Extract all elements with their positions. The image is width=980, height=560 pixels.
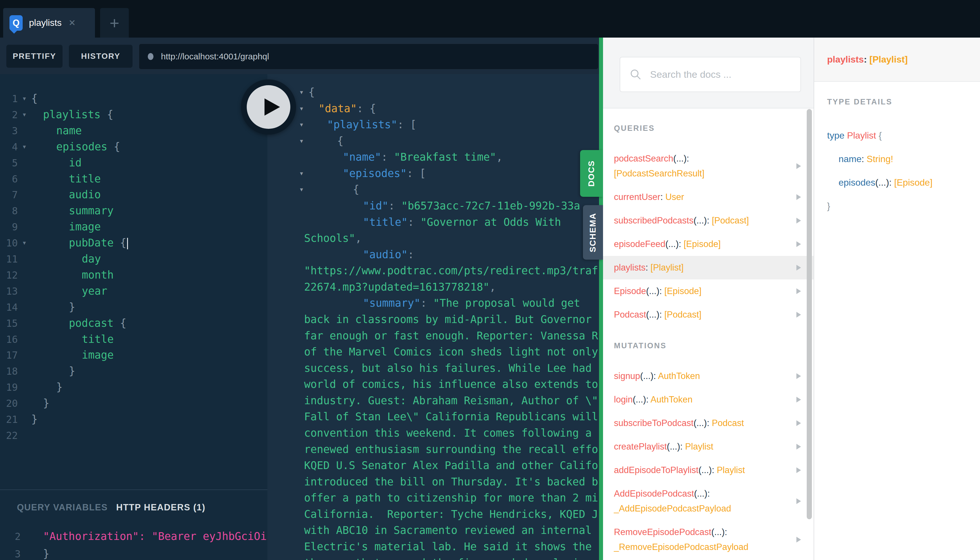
type-fields: name: String!episodes(...): [Episode] (827, 147, 932, 194)
editor-line-number: 19 (0, 379, 18, 395)
schema-side-tab[interactable]: SCHEMA (583, 205, 603, 260)
headers-code-line[interactable]: "Authorization": "Bearer eyJhbGciOi (43, 528, 267, 545)
editor-code-line[interactable]: { (31, 91, 38, 107)
docs-search-box[interactable] (620, 57, 801, 92)
expand-arrow-icon[interactable] (797, 537, 801, 542)
type-decl-line: type Playlist { (827, 123, 932, 147)
editor-code-line[interactable]: } (69, 299, 75, 315)
editor-code-line[interactable]: month (82, 267, 113, 283)
fold-arrow-icon[interactable]: ▼ (297, 117, 306, 133)
docs-item-episodeFeed[interactable]: episodeFeed(...): [Episode] (603, 232, 813, 256)
response-code-line: Electric's material lab. He said it show… (304, 539, 598, 555)
editor-code-line[interactable]: episodes { (56, 139, 120, 155)
expand-arrow-icon[interactable] (797, 444, 801, 450)
fold-arrow-icon[interactable]: ▼ (297, 182, 306, 198)
response-code-line: introduced the bill on Thursday. It's ba… (304, 474, 598, 490)
editor-code-line[interactable]: } (69, 363, 75, 379)
response-code-line: "episodes": [ (343, 165, 426, 182)
plus-icon: + (110, 13, 119, 32)
editor-code-line[interactable]: } (31, 412, 38, 427)
response-code-line: success, but also his failures. While Le… (304, 360, 598, 377)
docs-item-Podcast[interactable]: Podcast(...): [Podcast] (603, 303, 813, 327)
expand-arrow-icon[interactable] (797, 288, 801, 294)
expand-arrow-icon[interactable] (797, 397, 801, 402)
new-tab-button[interactable]: + (100, 8, 129, 38)
docs-item-login[interactable]: login(...): AuthToken (603, 388, 813, 412)
execute-query-button[interactable] (241, 80, 296, 135)
docs-item-currentUser[interactable]: currentUser: User (603, 185, 813, 209)
fold-arrow-icon[interactable]: ▼ (20, 91, 29, 107)
docs-divider[interactable] (599, 38, 603, 560)
expand-arrow-icon[interactable] (797, 498, 801, 504)
expand-arrow-icon[interactable] (797, 420, 801, 426)
docs-search-input[interactable] (650, 68, 788, 80)
tab-playlists[interactable]: Q playlists ✕ (3, 8, 95, 38)
expand-arrow-icon[interactable] (797, 194, 801, 200)
fold-arrow-icon[interactable]: ▼ (20, 107, 29, 123)
expand-arrow-icon[interactable] (797, 241, 801, 247)
docs-item-createPlaylist[interactable]: createPlaylist(...): Playlist (603, 435, 813, 458)
editor-code-line[interactable]: podcast { (69, 315, 127, 332)
docs-item-subscribeToPodcast[interactable]: subscribeToPodcast(...): Podcast (603, 412, 813, 435)
docs-item-playlists[interactable]: playlists: [Playlist] (603, 256, 813, 280)
editor-line-number: 7 (0, 187, 18, 203)
expand-arrow-icon[interactable] (797, 373, 801, 379)
editor-code-line[interactable]: image (69, 219, 101, 235)
tab-http-headers[interactable]: HTTP HEADERS (1) (116, 500, 205, 515)
expand-arrow-icon[interactable] (797, 218, 801, 223)
docs-item-RemoveEpisodePodcast[interactable]: RemoveEpisodePodcast(...):_RemoveEpisode… (603, 520, 813, 559)
editor-code-line[interactable]: title (69, 171, 101, 187)
query-editor[interactable]: 1▼{2▼playlists {3name4▼episodes {5id6tit… (0, 74, 267, 560)
editor-line-number: 22 (0, 427, 18, 443)
editor-code-line[interactable]: year (82, 283, 107, 299)
headers-code-line[interactable]: } (43, 546, 49, 560)
fold-arrow-icon[interactable]: ▼ (297, 84, 306, 100)
endpoint-url-bar[interactable]: http://localhost:4001/graphql (139, 43, 598, 70)
editor-code-line[interactable]: day (82, 251, 101, 267)
editor-code-line[interactable]: playlists { (43, 107, 113, 123)
tab-query-variables[interactable]: QUERY VARIABLES (17, 500, 108, 515)
editor-code-line[interactable]: audio (69, 187, 101, 203)
expand-arrow-icon[interactable] (797, 265, 801, 270)
fold-arrow-icon[interactable]: ▼ (20, 235, 29, 251)
docs-item-podcastSearch[interactable]: podcastSearch(...):[PodcastSearchResult] (603, 147, 813, 185)
docs-scrollbar[interactable] (807, 109, 812, 519)
editor-code-line[interactable]: image (82, 347, 113, 363)
docs-section-header: QUERIES (603, 119, 813, 137)
expand-arrow-icon[interactable] (797, 467, 801, 473)
fold-arrow-icon[interactable]: ▼ (297, 165, 306, 182)
docs-item-subscribedPodcasts[interactable]: subscribedPodcasts(...): [Podcast] (603, 209, 813, 232)
type-details-code: type Playlist { name: String!episodes(..… (827, 123, 932, 218)
expand-arrow-icon[interactable] (797, 163, 801, 169)
fold-arrow-icon[interactable]: ▼ (297, 133, 306, 149)
text-cursor (127, 238, 128, 249)
close-tab-icon[interactable]: ✕ (68, 18, 76, 28)
editor-code-line[interactable]: summary (69, 203, 113, 219)
expand-arrow-icon[interactable] (797, 312, 801, 318)
history-button[interactable]: HISTORY (69, 45, 133, 68)
editor-line-number: 5 (0, 155, 18, 171)
editor-code-line[interactable]: } (56, 379, 63, 395)
editor-code-line[interactable]: pubDate { (69, 235, 128, 251)
search-icon (630, 68, 642, 81)
type-field-name[interactable]: name: String! (827, 147, 932, 171)
prettify-button[interactable]: PRETTIFY (6, 45, 63, 68)
type-field-episodes[interactable]: episodes(...): [Episode] (827, 171, 932, 194)
docs-side-tab-label: DOCS (587, 160, 597, 187)
editor-code-line[interactable]: id (69, 155, 82, 171)
editor-line-number: 10 (0, 235, 18, 251)
docs-item-signup[interactable]: signup(...): AuthToken (603, 364, 813, 388)
editor-code-line[interactable]: } (43, 395, 49, 412)
response-code-line: with ABC10 in Sacramento reviewed an int… (304, 522, 598, 538)
fold-arrow-icon[interactable]: ▼ (297, 101, 306, 117)
docs-item-Episode[interactable]: Episode(...): [Episode] (603, 280, 813, 303)
editor-code-line[interactable]: title (82, 332, 113, 347)
response-viewer[interactable]: ▼{▼"data": {▼"playlists": [▼{"name": "Br… (267, 74, 599, 560)
endpoint-url: http://localhost:4001/graphql (161, 52, 269, 62)
docs-item-AddEpisodePodcast[interactable]: AddEpisodePodcast(...):_AddEpisodePodcas… (603, 482, 813, 520)
docs-side-tab[interactable]: DOCS (580, 150, 603, 197)
docs-item-addEpisodeToPlaylist[interactable]: addEpisodeToPlaylist(...): Playlist (603, 458, 813, 482)
fold-arrow-icon[interactable]: ▼ (20, 139, 29, 155)
editor-code-line[interactable]: name (56, 123, 82, 139)
editor-line-number: 16 (0, 332, 18, 347)
